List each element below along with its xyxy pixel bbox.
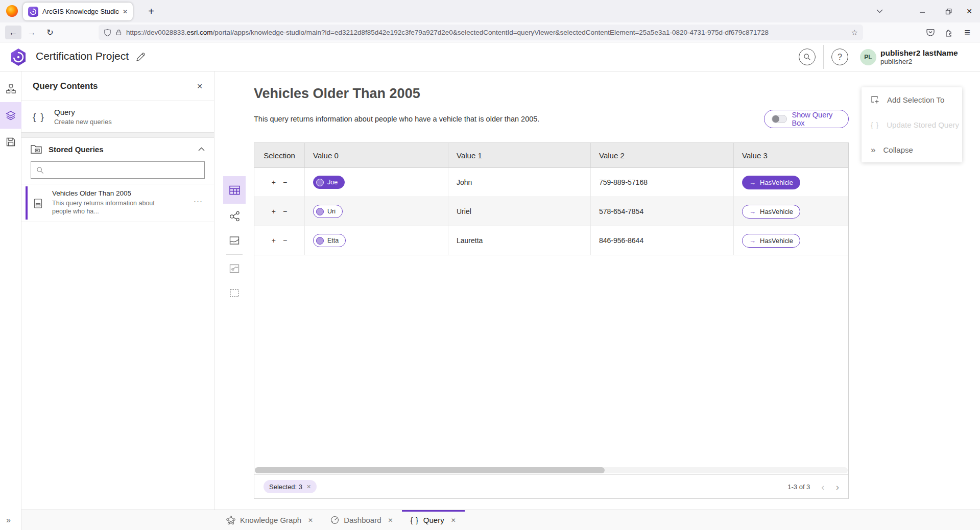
arcgis-favicon-icon	[28, 7, 38, 17]
new-tab-button[interactable]: +	[144, 4, 158, 18]
select-tool-button[interactable]	[223, 281, 246, 305]
toggle-switch[interactable]	[772, 115, 787, 123]
save-rail-button[interactable]	[0, 129, 21, 155]
stored-queries-search[interactable]	[31, 161, 205, 179]
cell-value: 578-654-7854	[591, 197, 734, 226]
remove-selection-icon[interactable]: −	[283, 207, 287, 215]
results-table: Selection Value 0 Value 1 Value 2 Value …	[254, 142, 849, 499]
relationship-pill[interactable]: →HasVehicle	[742, 234, 800, 248]
selected-count-chip[interactable]: Selected: 3 ✕	[264, 480, 317, 493]
link-chart-view-button[interactable]	[223, 204, 246, 228]
menu-item-update-stored-query[interactable]: { } Update Stored Query	[862, 112, 962, 137]
tab-close-icon[interactable]: ✕	[123, 8, 128, 15]
tab-list-chevron-icon[interactable]	[871, 4, 888, 18]
add-selection-icon[interactable]: +	[272, 236, 276, 245]
relationship-pill[interactable]: →HasVehicle	[742, 176, 800, 189]
next-page-icon[interactable]: ›	[836, 482, 839, 492]
add-selection-to-icon	[871, 95, 879, 104]
stored-query-title: Vehicles Older Than 2005	[52, 189, 204, 197]
entity-pill[interactable]: Etta	[313, 234, 346, 247]
window-close-button[interactable]: ✕	[961, 4, 977, 18]
braces-icon: { }	[33, 111, 45, 123]
edit-pencil-icon[interactable]	[136, 52, 146, 62]
url-bar[interactable]: https://dev0028833.esri.com/portal/apps/…	[99, 25, 863, 40]
stored-query-item[interactable]: Vehicles Older Than 2005 This query retu…	[21, 184, 214, 222]
new-query-item[interactable]: { } Query Create new queries	[21, 101, 214, 133]
panel-close-icon[interactable]: ✕	[197, 82, 203, 90]
cell-value: Lauretta	[448, 226, 591, 255]
cell-value: John	[448, 168, 591, 197]
entity-pill[interactable]: Uri	[313, 205, 343, 218]
forward-button[interactable]: →	[23, 26, 40, 39]
data-model-rail-button[interactable]	[0, 76, 21, 102]
add-selection-icon[interactable]: +	[272, 178, 276, 186]
window-minimize-button[interactable]	[914, 4, 930, 18]
page-label: 1-3 of 3	[787, 483, 810, 491]
arrow-icon: →	[749, 237, 756, 245]
chevron-up-icon[interactable]	[198, 147, 205, 151]
contents-rail-button[interactable]	[0, 102, 21, 129]
query-item-title: Query	[54, 108, 112, 116]
tab-dashboard[interactable]: Dashboard ✕	[322, 510, 401, 530]
avatar[interactable]: PL	[860, 49, 876, 65]
table-view-button[interactable]	[223, 176, 246, 204]
selected-indicator-bar	[26, 186, 28, 220]
tab-close-icon[interactable]: ✕	[388, 517, 393, 524]
tab-query[interactable]: { } Query ✕	[402, 510, 465, 530]
project-title: Certification Project	[36, 50, 129, 62]
prev-page-icon[interactable]: ‹	[821, 482, 824, 492]
map-view-button[interactable]	[223, 228, 246, 253]
pocket-icon[interactable]	[922, 26, 939, 39]
browser-tab[interactable]: ArcGIS Knowledge Studio ✕	[23, 3, 133, 20]
remove-selection-icon[interactable]: −	[283, 178, 287, 186]
scrollbar-thumb[interactable]	[255, 467, 605, 473]
show-query-box-label: Show Query Box	[792, 111, 842, 127]
tab-close-icon[interactable]: ✕	[451, 517, 456, 524]
url-text: https://dev0028833.esri.com/portal/apps/…	[126, 29, 847, 36]
column-header: Value 0	[305, 143, 448, 167]
entity-pill[interactable]: Joe	[313, 176, 345, 189]
firefox-logo-icon[interactable]	[6, 5, 18, 17]
tab-knowledge-graph[interactable]: Knowledge Graph ✕	[218, 510, 322, 530]
item-options-icon[interactable]: ···	[194, 197, 203, 205]
stored-queries-header[interactable]: Stored Queries	[21, 138, 214, 160]
tracking-shield-icon[interactable]	[104, 29, 111, 37]
page-description: This query returns information about peo…	[254, 115, 539, 123]
query-contents-panel: Query Contents ✕ { } Query Create new qu…	[21, 71, 214, 510]
column-header: Value 1	[448, 143, 591, 167]
add-to-map-button[interactable]	[223, 256, 246, 281]
relationship-pill[interactable]: →HasVehicle	[742, 205, 800, 219]
search-input[interactable]	[48, 166, 199, 174]
cell-value: Uriel	[448, 197, 591, 226]
remove-selection-icon[interactable]: −	[283, 236, 287, 245]
browser-tab-strip: ArcGIS Knowledge Studio ✕ + ✕	[0, 0, 980, 22]
extensions-puzzle-icon[interactable]	[941, 26, 957, 39]
section-gap	[21, 133, 214, 138]
bookmark-star-icon[interactable]: ☆	[851, 28, 858, 37]
help-icon[interactable]: ?	[831, 49, 848, 65]
view-tool-strip	[223, 176, 246, 305]
query-item-subtitle: Create new queries	[54, 118, 112, 126]
page-title: Vehicles Older Than 2005	[254, 86, 420, 102]
cell-value: 846-956-8644	[591, 226, 734, 255]
menu-item-collapse[interactable]: » Collapse	[862, 137, 962, 162]
clear-selection-icon[interactable]: ✕	[306, 484, 311, 490]
search-icon[interactable]	[799, 49, 816, 65]
tab-close-icon[interactable]: ✕	[308, 517, 313, 524]
add-selection-icon[interactable]: +	[272, 207, 276, 215]
app-logo-icon	[10, 48, 27, 66]
arrow-icon: →	[749, 179, 756, 186]
tool-divider	[226, 254, 243, 255]
stored-query-doc-icon	[34, 199, 42, 208]
menu-item-add-selection-to[interactable]: Add Selection To	[862, 87, 962, 112]
entity-dot-icon	[316, 179, 324, 186]
hamburger-menu-icon[interactable]: ≡	[959, 26, 975, 39]
lock-icon[interactable]	[115, 29, 122, 36]
reload-button[interactable]: ↻	[42, 26, 58, 39]
browser-tab-title: ArcGIS Knowledge Studio	[42, 8, 118, 15]
horizontal-scrollbar[interactable]	[255, 467, 848, 473]
window-restore-button[interactable]	[940, 4, 957, 18]
back-button[interactable]: ←	[5, 26, 21, 39]
show-query-box-toggle[interactable]: Show Query Box	[764, 110, 849, 128]
expand-rail-icon[interactable]: »	[6, 516, 10, 525]
